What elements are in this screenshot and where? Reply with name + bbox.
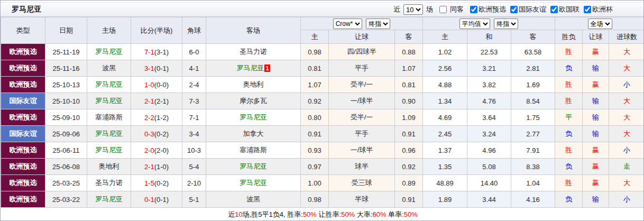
bookmaker-stage-select[interactable]: 终指 (366, 19, 390, 29)
col-header-date: 日期 (45, 17, 87, 44)
cell-away-team: 加拿大 (206, 126, 301, 142)
period-select[interactable]: 全场 (588, 19, 612, 29)
competition-checkbox-friendly[interactable] (510, 6, 518, 13)
cell-odds-away: 0.89 (395, 175, 423, 191)
fulltime-score: 2-1 (144, 97, 154, 105)
cell-handicap-result: 赢 (583, 44, 609, 60)
cell-odds-home: 0.93 (301, 142, 329, 159)
cell-odds-away: 1.07 (395, 60, 423, 77)
competition-checkbox-euro-cup[interactable] (584, 6, 591, 13)
same-away-checkbox[interactable] (439, 6, 447, 13)
bookmaker-select[interactable]: Crow* (333, 19, 362, 29)
col-header-odds-home: 主 (301, 30, 329, 44)
cell-date: 25-11-16 (45, 60, 87, 77)
average-selector-group: 平均值 终指 (423, 17, 555, 30)
competition-label-nations-league: 欧国联 (559, 5, 579, 14)
fulltime-score: 7-1 (144, 48, 154, 56)
cell-away-team: 圣马力诺 (206, 44, 301, 60)
table-row: 欧洲预选 25-11-19 罗马尼亚 7-1(3-1) 6-0 圣马力诺 0.9… (1, 44, 644, 60)
cell-result: 负 (555, 126, 583, 142)
cell-odds-handicap: 球半 (329, 159, 395, 175)
cell-home-team: 罗马尼亚 (87, 77, 131, 93)
table-row: 国际友谊 25-10-10 罗马尼亚 2-1(2-1) 7-3 摩尔多瓦 0.9… (1, 93, 644, 109)
cell-odds-handicap: 平手 (329, 126, 395, 142)
col-header-type: 类型 (1, 17, 45, 44)
cell-goals-result: 大 (609, 126, 644, 142)
cell-goals-result: 小 (609, 77, 644, 93)
away-team-name: 奥地利 (243, 80, 264, 88)
cell-odds-away: 0.90 (395, 93, 423, 109)
cell-handicap-result: 输 (583, 126, 609, 142)
cell-league-type: 欧洲预选 (1, 175, 45, 191)
col-header-odds-away: 客 (395, 30, 423, 44)
cell-score: 2-2(1-2) (131, 109, 182, 126)
cell-handicap-result: 赢 (583, 142, 609, 159)
same-away-label: 同客 (450, 5, 464, 14)
cell-avg-draw: 3.64 (467, 109, 511, 126)
away-team-name: 罗马尼亚 (236, 64, 264, 72)
cell-result: 胜 (555, 77, 583, 93)
cell-date: 25-03-25 (45, 175, 87, 191)
average-select[interactable]: 平均值 (459, 19, 490, 29)
cell-score: 3-1(0-1) (131, 60, 182, 77)
cell-score: 0-3(0-2) (131, 126, 182, 142)
fulltime-score: 1-0 (144, 81, 154, 89)
cell-away-team: 摩尔多瓦 (206, 93, 301, 109)
cell-odds-away: 0.91 (395, 191, 423, 208)
cell-avg-away: 2.81 (511, 60, 555, 77)
col-header-avg-away: 客 (511, 30, 555, 44)
competition-label-friendly: 国际友谊 (519, 5, 546, 14)
cell-corner: 2-4 (182, 77, 206, 93)
cell-odds-handicap: 受半/一 (329, 77, 395, 93)
cell-odds-handicap: 受三球 (329, 175, 395, 191)
cell-odds-away: 0.96 (395, 142, 423, 159)
cell-avg-draw: 4.96 (467, 142, 511, 159)
fulltime-score: 0-3 (144, 130, 154, 138)
recent-prefix-label: 近 (393, 5, 400, 14)
average-stage-select[interactable]: 终指 (494, 19, 518, 29)
cell-corner: 5-4 (182, 159, 206, 175)
away-team-name: 罗马尼亚 (240, 113, 267, 121)
col-header-avg-draw: 和 (467, 30, 511, 44)
footer-stat-segment: 60% (372, 210, 386, 218)
cell-league-type: 欧洲预选 (1, 191, 45, 208)
col-header-handicap-result: 让球 (583, 30, 609, 44)
cell-avg-home: 4.88 (423, 77, 467, 93)
cell-avg-draw: 3.21 (467, 60, 511, 77)
cell-avg-away: 63.58 (511, 44, 555, 60)
cell-odds-home: 0.92 (301, 93, 329, 109)
cell-corner: 7-1 (182, 109, 206, 126)
cell-away-team: 罗马尼亚 (206, 109, 301, 126)
cell-date: 25-09-06 (45, 126, 87, 142)
cell-date: 25-06-08 (45, 159, 87, 175)
fulltime-score: 0-1 (144, 196, 154, 204)
competition-checkbox-euro-qualifier[interactable] (470, 6, 477, 13)
cell-avg-draw: 3.24 (467, 126, 511, 142)
col-header-odds-handicap: 让球 (329, 30, 395, 44)
footer-stat-segment: 大率: (355, 210, 372, 218)
cell-league-type: 欧洲预选 (1, 44, 45, 60)
col-header-goals: 进球数 (609, 30, 644, 44)
competition-checkbox-nations-league[interactable] (550, 6, 558, 13)
cell-corner: 4-1 (182, 60, 206, 77)
cell-goals-result: 小 (609, 191, 644, 208)
title-bar: 罗马尼亚 近 10 场 同客 欧洲预选 国际友谊 欧国联 欧洲杯 (1, 3, 643, 17)
fulltime-score: 1-5 (144, 179, 154, 187)
cell-goals-result: 走 (609, 159, 644, 175)
cell-score: 1-5(0-2) (131, 175, 182, 191)
summary-footer: 近10场,胜5平1负4, 胜率:50% 让胜率:50% 大率:60% 单率:50… (1, 208, 644, 221)
col-header-home: 主场 (87, 17, 131, 44)
cell-avg-away: 4.16 (511, 191, 555, 208)
cell-result: 胜 (555, 175, 583, 191)
halftime-score: (0-2) (154, 179, 169, 187)
away-team-name: 加拿大 (243, 130, 264, 137)
cell-score: 2-1(2-1) (131, 93, 182, 109)
cell-handicap-result: 赢 (583, 77, 609, 93)
cell-odds-away: 0.92 (395, 159, 423, 175)
fulltime-score: 2-2 (144, 114, 154, 122)
recent-count-select[interactable]: 10 (403, 4, 423, 15)
cell-home-team: 圣马力诺 (87, 175, 131, 191)
halftime-score: (0-1) (154, 65, 169, 72)
cell-corner: 2-10 (182, 175, 206, 191)
cell-result: 平 (555, 109, 583, 126)
